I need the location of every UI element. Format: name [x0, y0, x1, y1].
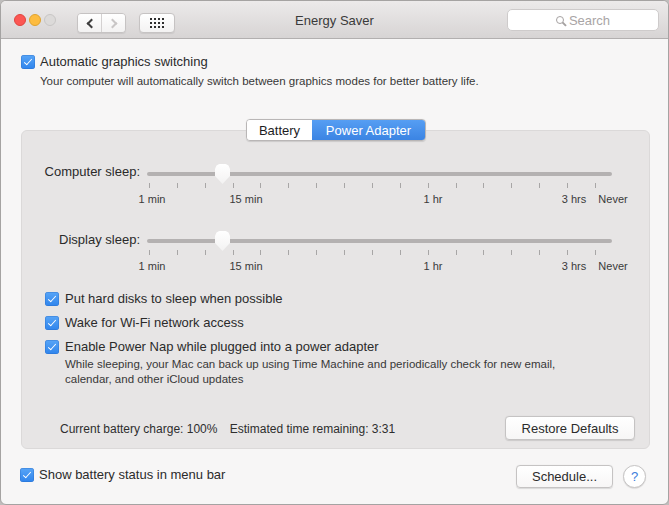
checkbox-show-battery-status[interactable] — [20, 468, 34, 482]
show-battery-status-label: Show battery status in menu bar — [39, 467, 225, 483]
search-icon — [556, 16, 564, 24]
power-adapter-settings-panel: Computer sleep: 1 min 15 min 1 hr 3 hrs … — [21, 130, 650, 449]
tick-label: 1 hr — [424, 260, 443, 272]
automatic-graphics-switching-label: Automatic graphics switching — [40, 54, 208, 70]
energy-saver-window: Energy Saver Search Automatic graphics s… — [0, 0, 669, 505]
tick-label: 1 min — [139, 193, 166, 205]
help-button[interactable]: ? — [623, 465, 646, 488]
restore-defaults-button[interactable]: Restore Defaults — [505, 416, 635, 440]
checkbox-enable-power-nap[interactable] — [45, 340, 59, 354]
computer-sleep-label: Computer sleep: — [22, 164, 140, 179]
tick-label: Never — [598, 260, 627, 272]
tick-label: 3 hrs — [562, 193, 586, 205]
checkbox-wake-for-wifi[interactable] — [45, 316, 59, 330]
tick-label: 3 hrs — [562, 260, 586, 272]
checkmark-icon — [23, 470, 31, 479]
power-nap-description: While sleeping, your Mac can back up usi… — [65, 357, 567, 386]
tick-label: 1 min — [139, 260, 166, 272]
wake-for-wifi-label: Wake for Wi-Fi network access — [65, 315, 244, 331]
toolbar: Energy Saver Search — [1, 1, 668, 39]
tick-label: 15 min — [229, 193, 262, 205]
tab-battery[interactable]: Battery — [247, 120, 312, 140]
display-sleep-tick-marks — [149, 250, 596, 255]
battery-charge-text: Current battery charge: 100% — [60, 422, 217, 436]
checkmark-icon — [48, 342, 56, 351]
checkmark-icon — [48, 318, 56, 327]
checkmark-icon — [48, 294, 56, 303]
computer-sleep-tick-marks — [149, 183, 596, 188]
checkbox-automatic-graphics-switching[interactable] — [21, 55, 35, 69]
display-sleep-label: Display sleep: — [22, 232, 140, 247]
enable-power-nap-label: Enable Power Nap while plugged into a po… — [65, 339, 379, 355]
automatic-graphics-switching-description: Your computer will automatically switch … — [40, 74, 479, 89]
search-input[interactable]: Search — [507, 9, 659, 31]
computer-sleep-slider-thumb[interactable] — [215, 164, 230, 184]
tick-label: 1 hr — [424, 193, 443, 205]
checkmark-icon — [24, 57, 32, 66]
hard-disks-sleep-label: Put hard disks to sleep when possible — [65, 291, 283, 307]
search-placeholder: Search — [569, 13, 610, 28]
power-source-tabs: Battery Power Adapter — [246, 119, 426, 141]
battery-status: Current battery charge: 100% Estimated t… — [60, 422, 395, 436]
tab-power-adapter[interactable]: Power Adapter — [312, 120, 425, 140]
tick-label: Never — [598, 193, 627, 205]
display-sleep-slider-thumb[interactable] — [215, 231, 230, 251]
checkbox-hard-disks-sleep[interactable] — [45, 292, 59, 306]
tick-label: 15 min — [229, 260, 262, 272]
time-remaining-text: Estimated time remaining: 3:31 — [230, 422, 395, 436]
schedule-button[interactable]: Schedule... — [516, 465, 613, 488]
